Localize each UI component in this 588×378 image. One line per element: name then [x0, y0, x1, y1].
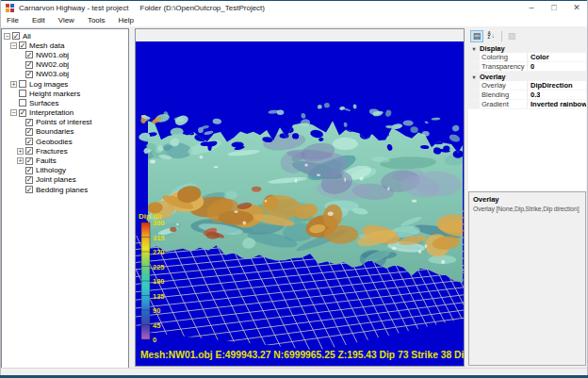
- tree-item-mesh-data[interactable]: −✓Mesh data: [2, 41, 128, 50]
- collapse-icon[interactable]: −: [4, 33, 10, 40]
- colorbar-label: 90: [153, 306, 160, 315]
- menu-view[interactable]: View: [52, 13, 81, 26]
- checkbox[interactable]: [19, 99, 26, 107]
- checkbox[interactable]: ✓: [25, 176, 33, 184]
- expand-icon[interactable]: +: [10, 81, 17, 88]
- property-row-coloring[interactable]: ColoringColor: [468, 53, 586, 62]
- category-gutter: [468, 100, 480, 108]
- collapse-icon[interactable]: −: [10, 42, 17, 49]
- menu-help[interactable]: Help: [112, 13, 140, 26]
- property-row-blending[interactable]: Blending0.3: [468, 90, 586, 100]
- checkbox[interactable]: ✓: [12, 32, 20, 40]
- category-label: Display: [480, 44, 505, 53]
- colorbar-label: 135: [153, 292, 165, 301]
- tree-item-interpretation[interactable]: −✓Interpretation: [2, 108, 128, 118]
- tree-item-nw02-obj[interactable]: ✓NW02.obj: [2, 60, 128, 70]
- minimize-button[interactable]: –: [520, 1, 543, 14]
- tree-item-points-of-interest[interactable]: ✓Points of interest: [2, 118, 128, 127]
- property-description: Overlay Overlay [None,Dip,Strike,Dip dir…: [468, 191, 586, 366]
- checkbox[interactable]: ✓: [25, 51, 33, 58]
- layer-tree-panel: −✓All−✓Mesh data✓NW01.obj✓NW02.obj✓NW03.…: [1, 28, 129, 369]
- categorized-icon: ▤: [473, 32, 482, 41]
- checkbox[interactable]: ✓: [25, 167, 33, 174]
- category-display[interactable]: ▾Display: [468, 43, 586, 53]
- checkbox[interactable]: ✓: [25, 61, 33, 69]
- tree-item-label: NW03.obj: [36, 70, 69, 78]
- tree-item-label: Boundaries: [36, 127, 74, 136]
- expand-icon[interactable]: +: [17, 157, 24, 164]
- property-name: Blending: [480, 90, 528, 99]
- property-row-gradient[interactable]: GradientInverted rainbow: [468, 100, 586, 109]
- tree-item-label: Faults: [36, 156, 57, 165]
- property-value[interactable]: 0: [528, 62, 534, 71]
- tree-item-height-markers[interactable]: Height markers: [2, 89, 128, 98]
- maximize-button[interactable]: □: [543, 1, 565, 14]
- tree-item-label: Bedding planes: [36, 186, 88, 194]
- colorbar-label: 180: [153, 277, 165, 286]
- property-row-overlay[interactable]: OverlayDipDirection: [468, 81, 586, 90]
- checkbox[interactable]: ✓: [25, 71, 33, 78]
- toolbar-separator: [501, 31, 502, 41]
- tree-item-label: Height markers: [29, 90, 80, 98]
- menu-bar: File Edit View Tools Help: [0, 13, 588, 26]
- app-icon: [6, 4, 14, 12]
- property-toolbar: ▤ AZ↓ ▨: [468, 28, 586, 43]
- property-value[interactable]: 0.3: [528, 90, 540, 99]
- checkbox[interactable]: ✓: [19, 41, 26, 49]
- collapse-icon[interactable]: −: [10, 109, 17, 116]
- tree-item-fractures[interactable]: +✓Fractures: [2, 146, 128, 156]
- menu-edit[interactable]: Edit: [25, 13, 52, 26]
- checkbox[interactable]: ✓: [25, 186, 33, 193]
- tree-item-lithology[interactable]: ✓Lithology: [2, 166, 128, 175]
- property-value[interactable]: Color: [528, 53, 549, 61]
- tree-item-log-images[interactable]: +Log images: [2, 79, 128, 89]
- colorbar-label: 45: [153, 321, 160, 330]
- tree-item-geobodies[interactable]: ✓Geobodies: [2, 137, 128, 146]
- colorbar-label: 225: [153, 263, 165, 271]
- property-description-text: Overlay [None,Dip,Strike,Dip direction]: [473, 205, 581, 212]
- property-name: Coloring: [480, 53, 528, 61]
- property-description-title: Overlay: [473, 195, 581, 204]
- property-value[interactable]: DipDirection: [528, 81, 573, 90]
- tree-item-surfaces[interactable]: Surfaces: [2, 98, 128, 107]
- sort-alphabetical-button[interactable]: AZ↓: [484, 30, 498, 42]
- tree-item-boundaries[interactable]: ✓Boundaries: [2, 127, 128, 137]
- category-label: Overlay: [480, 73, 506, 81]
- close-button[interactable]: ✕: [565, 1, 588, 14]
- tree-item-label: NW02.obj: [36, 60, 69, 69]
- checkbox[interactable]: ✓: [25, 119, 33, 126]
- checkbox[interactable]: ✓: [25, 128, 33, 136]
- menu-file[interactable]: File: [0, 13, 25, 26]
- tree-item-joint-planes[interactable]: ✓Joint planes: [2, 175, 128, 185]
- tree-item-label: NW01.obj: [36, 51, 69, 59]
- category-overlay[interactable]: ▾Overlay: [468, 72, 586, 81]
- tree-item-nw03-obj[interactable]: ✓NW03.obj: [2, 70, 128, 79]
- checkbox[interactable]: ✓: [19, 109, 26, 117]
- tree-item-bedding-planes[interactable]: ✓Bedding planes: [2, 185, 128, 194]
- viewport-status-text: Mesh:NW01.obj E:499943.27 N:6999965.25 Z…: [140, 350, 464, 360]
- checkbox[interactable]: ✓: [25, 157, 33, 165]
- tree-item-label: Joint planes: [36, 175, 76, 184]
- tree-item-label: Mesh data: [29, 41, 64, 50]
- tree-item-label: All: [23, 32, 31, 41]
- tree-item-faults[interactable]: +✓Faults: [2, 156, 128, 165]
- menu-tools[interactable]: Tools: [81, 13, 112, 26]
- property-row-transparency[interactable]: Transparency %0: [468, 62, 586, 72]
- property-value[interactable]: Inverted rainbow: [528, 100, 586, 108]
- tree-item-label: Log images: [29, 80, 68, 89]
- tree-item-label: Points of interest: [36, 118, 92, 126]
- property-pages-icon: ▨: [508, 32, 516, 41]
- checkbox[interactable]: [19, 90, 26, 97]
- chevron-down-icon: ▾: [468, 45, 480, 52]
- viewport-3d[interactable]: Dip dir36031527022518013590450 Mesh:NW01…: [136, 41, 464, 366]
- tree-item-label: Fractures: [36, 147, 68, 156]
- checkbox[interactable]: ✓: [25, 147, 33, 155]
- tree-item-label: Surfaces: [29, 99, 59, 107]
- property-grid: ▾DisplayColoringColorTransparency %0▾Ove…: [468, 43, 586, 191]
- tree-item-nw01-obj[interactable]: ✓NW01.obj: [2, 50, 128, 59]
- expand-icon[interactable]: +: [17, 148, 24, 155]
- categorized-button[interactable]: ▤: [470, 30, 483, 42]
- tree-item-all[interactable]: −✓All: [2, 31, 128, 41]
- checkbox[interactable]: ✓: [25, 138, 33, 145]
- checkbox[interactable]: [19, 80, 26, 88]
